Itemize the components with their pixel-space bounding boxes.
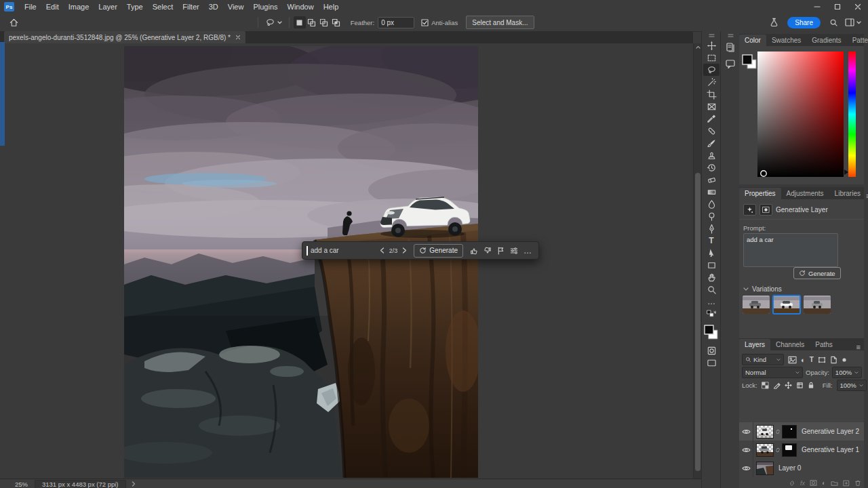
foreground-background-swatch[interactable]	[742, 54, 758, 70]
properties-generate-button[interactable]: Generate	[793, 267, 841, 279]
generate-button[interactable]: Generate	[414, 244, 463, 258]
filter-type-layers-icon[interactable]: T	[810, 356, 814, 363]
tab-libraries[interactable]: Libraries	[829, 188, 866, 199]
scrollbar-thumb[interactable]	[695, 173, 701, 471]
hand-tool[interactable]	[703, 271, 719, 283]
lock-artboard-icon[interactable]	[796, 382, 804, 389]
gradient-tool[interactable]	[703, 186, 719, 198]
blur-tool[interactable]	[703, 198, 719, 210]
status-options-chevron-icon[interactable]	[132, 481, 136, 487]
prompt-textarea[interactable]: add a car	[743, 233, 838, 267]
dock-collapse-icon[interactable]	[722, 31, 738, 39]
variation-thumbnail-3[interactable]	[804, 296, 831, 314]
new-layer-icon[interactable]	[843, 480, 850, 487]
minimize-button[interactable]	[807, 0, 827, 14]
hue-slider[interactable]	[848, 52, 856, 177]
tab-swatches[interactable]: Swatches	[766, 35, 806, 46]
new-adjustment-layer-icon[interactable]: ◐	[822, 479, 826, 487]
taskbar-prompt-input[interactable]: add a car	[311, 247, 377, 254]
screen-mode-icon[interactable]	[703, 357, 719, 369]
default-colors-icon[interactable]	[703, 308, 719, 320]
layer-row-generative-layer-2[interactable]: Generative Layer 2	[739, 422, 864, 441]
quick-mask-icon[interactable]	[703, 344, 719, 357]
share-button[interactable]: Share	[787, 17, 821, 28]
thumbs-up-icon[interactable]	[467, 244, 481, 258]
previous-variation-icon[interactable]	[377, 244, 387, 258]
layer-visibility-eye-icon[interactable]	[739, 441, 753, 459]
layer-mask-link-icon[interactable]	[775, 428, 781, 436]
new-group-icon[interactable]	[831, 480, 838, 486]
filter-shape-layers-icon[interactable]	[818, 356, 826, 364]
tab-layers[interactable]: Layers	[739, 339, 770, 350]
color-field[interactable]	[757, 52, 844, 177]
thumbs-down-icon[interactable]	[481, 244, 494, 258]
add-mask-icon[interactable]	[810, 480, 817, 486]
tab-properties[interactable]: Properties	[739, 188, 781, 199]
filter-smart-objects-icon[interactable]	[830, 356, 837, 364]
variations-section-header[interactable]: Variations	[743, 285, 782, 293]
lock-all-icon[interactable]	[808, 382, 814, 389]
subtract-selection-mode-icon[interactable]	[318, 16, 330, 28]
lock-position-icon[interactable]	[785, 382, 792, 389]
tab-adjustments[interactable]: Adjustments	[781, 188, 829, 199]
rectangle-tool[interactable]	[703, 259, 719, 271]
next-variation-icon[interactable]	[399, 244, 410, 258]
report-flag-icon[interactable]	[494, 244, 507, 258]
move-tool[interactable]	[703, 39, 719, 52]
maximize-button[interactable]	[827, 0, 848, 14]
history-brush-tool[interactable]	[703, 161, 719, 174]
clone-stamp-tool[interactable]	[703, 149, 719, 161]
generation-settings-icon[interactable]	[507, 244, 521, 258]
intersect-selection-mode-icon[interactable]	[330, 16, 342, 28]
zoom-tool[interactable]	[703, 283, 719, 296]
layer-effects-icon[interactable]: fx	[800, 480, 805, 487]
path-selection-tool[interactable]	[703, 247, 719, 259]
brush-tool[interactable]	[703, 137, 719, 149]
lasso-tool[interactable]	[703, 64, 719, 76]
object-selection-tool[interactable]	[703, 76, 719, 88]
search-icon[interactable]	[826, 16, 842, 28]
layer-visibility-eye-icon[interactable]	[739, 422, 753, 441]
filter-kind-dropdown[interactable]: Kind	[742, 354, 784, 365]
taskbar-more-icon[interactable]: …	[521, 244, 534, 258]
menu-type[interactable]: Type	[122, 3, 148, 11]
history-panel-icon[interactable]	[722, 39, 738, 56]
lasso-tool-preset[interactable]	[262, 18, 285, 28]
variation-thumbnail-2-selected[interactable]	[773, 296, 800, 314]
filter-toggle-icon[interactable]	[842, 357, 847, 363]
document-tab[interactable]: pexels-angelo-duranti-3512848.jpg @ 25% …	[4, 31, 245, 43]
comments-panel-icon[interactable]	[722, 56, 738, 72]
close-button[interactable]	[848, 0, 868, 14]
menu-view[interactable]: View	[223, 3, 249, 11]
feather-input[interactable]: 0 px	[378, 17, 414, 28]
eraser-tool[interactable]	[703, 174, 719, 186]
layer-mask-thumbnail[interactable]	[782, 443, 797, 457]
opacity-dropdown[interactable]: 100%	[832, 367, 862, 378]
generative-layer-icon[interactable]	[743, 204, 756, 216]
layer-mask-thumbnail[interactable]	[782, 425, 797, 439]
layer-visibility-eye-icon[interactable]	[739, 459, 753, 477]
foreground-background-colors[interactable]	[703, 323, 719, 342]
tab-channels[interactable]: Channels	[770, 339, 810, 350]
layer-thumbnail[interactable]	[756, 425, 774, 439]
healing-brush-tool[interactable]	[703, 125, 719, 137]
menu-filter[interactable]: Filter	[178, 3, 203, 11]
toolbar-more-icon[interactable]: …	[703, 296, 719, 308]
menu-plugins[interactable]: Plugins	[248, 3, 282, 11]
panel-menu-icon[interactable]: ≡	[856, 344, 861, 350]
pen-tool[interactable]	[703, 222, 719, 235]
tab-close-icon[interactable]	[235, 35, 241, 40]
layer-row-generative-layer-1[interactable]: Generative Layer 1	[739, 441, 864, 459]
zoom-level-field[interactable]: 25%	[15, 481, 28, 488]
link-layers-icon[interactable]	[789, 480, 795, 487]
type-tool[interactable]: T	[703, 235, 719, 247]
toolbar-collapse-icon[interactable]	[703, 31, 719, 39]
eyedropper-tool[interactable]	[703, 113, 719, 125]
layer-mask-link-icon[interactable]	[775, 446, 781, 454]
layer-name[interactable]: Layer 0	[778, 464, 801, 472]
variation-thumbnail-1[interactable]	[743, 296, 770, 314]
blend-mode-dropdown[interactable]: Normal	[742, 367, 803, 378]
menu-layer[interactable]: Layer	[94, 3, 122, 11]
menu-file[interactable]: File	[20, 3, 41, 11]
tab-paths[interactable]: Paths	[810, 339, 838, 350]
